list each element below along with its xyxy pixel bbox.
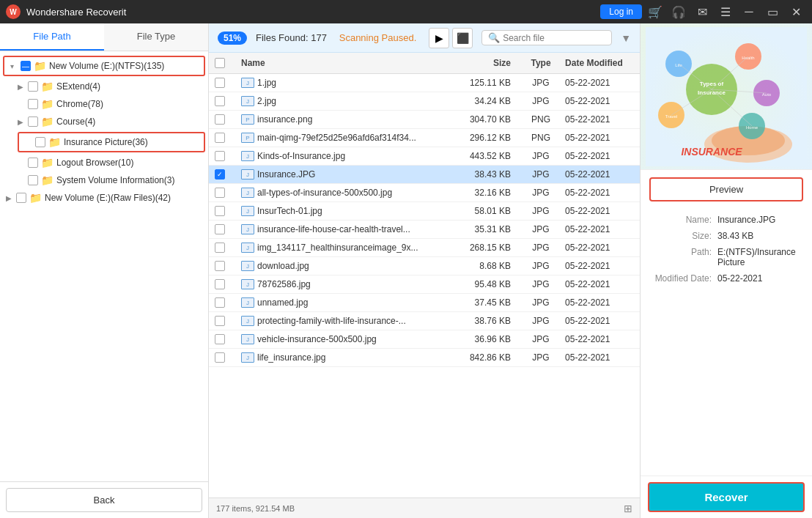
- row-filename: unnamed.jpg: [257, 297, 308, 308]
- checkbox-vol1[interactable]: —: [21, 61, 31, 71]
- file-type-icon: J: [241, 169, 254, 180]
- grid-view-icon[interactable]: ⊞: [624, 503, 632, 514]
- cart-icon[interactable]: 🛒: [645, 1, 665, 22]
- row-name-cell: J Insurance.JPG: [235, 166, 454, 184]
- checkbox-sysinfo[interactable]: [28, 175, 38, 185]
- login-button[interactable]: Log in: [600, 4, 642, 19]
- search-input[interactable]: [503, 33, 605, 43]
- row-checkbox-12[interactable]: [215, 297, 225, 308]
- header-checkbox[interactable]: [215, 58, 225, 68]
- tree-item-logout[interactable]: ▶ 📁 Logout Browser(10): [0, 154, 208, 171]
- row-checkbox-2[interactable]: [215, 114, 225, 125]
- table-row[interactable]: J life_insurance.jpg 842.86 KB JPG 05-22…: [209, 349, 640, 367]
- table-row[interactable]: J Kinds-of-Insurance.jpg 443.52 KB JPG 0…: [209, 147, 640, 166]
- row-date: 05-22-2021: [559, 349, 640, 367]
- row-name-cell: J InsurTech-01.jpg: [235, 202, 454, 221]
- tree-toggle-sextend[interactable]: ▶: [18, 83, 28, 91]
- table-row[interactable]: J unnamed.jpg 37.45 KB JPG 05-22-2021: [209, 294, 640, 312]
- minimize-button[interactable]: ─: [739, 1, 759, 22]
- row-check-cell: [209, 74, 235, 92]
- table-row[interactable]: J download.jpg 8.68 KB JPG 05-22-2021: [209, 257, 640, 275]
- col-size: Size: [454, 53, 523, 74]
- row-type: JPG: [523, 257, 559, 275]
- meta-value-name: Insurance.JPG: [717, 215, 775, 225]
- row-checkbox-7[interactable]: [215, 206, 225, 216]
- row-checkbox-1[interactable]: [215, 96, 225, 106]
- row-filename: 1.jpg: [257, 78, 276, 88]
- maximize-button[interactable]: ▭: [762, 1, 783, 22]
- tab-file-path[interactable]: File Path: [0, 23, 104, 51]
- table-row[interactable]: P main-qimg-79ef25d25e96afd6af314f34... …: [209, 129, 640, 147]
- col-name: Name: [235, 53, 454, 74]
- play-button[interactable]: ▶: [429, 28, 449, 48]
- row-date: 05-22-2021: [559, 312, 640, 330]
- table-row[interactable]: J 78762586.jpg 95.48 KB JPG 05-22-2021: [209, 275, 640, 294]
- back-button[interactable]: Back: [6, 488, 202, 512]
- table-row[interactable]: ✓ J Insurance.JPG 38.43 KB JPG 05-22-202…: [209, 166, 640, 184]
- checkbox-chrome[interactable]: [28, 99, 38, 109]
- row-checkbox-3[interactable]: [215, 133, 225, 143]
- table-row[interactable]: J 1.jpg 125.11 KB JPG 05-22-2021: [209, 74, 640, 92]
- row-date: 05-22-2021: [559, 239, 640, 257]
- row-size: 58.01 KB: [454, 202, 523, 221]
- checkbox-course[interactable]: [28, 116, 38, 127]
- table-row[interactable]: J protecting-family-with-life-insurance-…: [209, 312, 640, 330]
- checkbox-sextend[interactable]: [28, 81, 38, 92]
- tree-item-vol1[interactable]: ▾ — 📁 New Volume (E:)(NTFS)(135): [4, 57, 204, 75]
- mail-icon[interactable]: ✉: [692, 1, 712, 22]
- row-checkbox-9[interactable]: [215, 243, 225, 253]
- tree-item-insurance[interactable]: ▶ 📁 Insurance Picture(36): [19, 133, 204, 151]
- row-checkbox-0[interactable]: [215, 78, 225, 88]
- stop-button[interactable]: ⬛: [452, 28, 473, 48]
- table-row[interactable]: P insurance.png 304.70 KB PNG 05-22-2021: [209, 111, 640, 129]
- menu-icon[interactable]: ☰: [715, 1, 736, 22]
- checkbox-vol2[interactable]: [16, 193, 26, 203]
- row-filename: Insurance.JPG: [257, 169, 315, 180]
- file-type-icon: J: [241, 279, 254, 289]
- row-checkbox-10[interactable]: [215, 261, 225, 271]
- headphones-icon[interactable]: 🎧: [668, 1, 689, 22]
- tree-item-vol2[interactable]: ▶ 📁 New Volume (E:)(Raw Files)(42): [0, 189, 208, 207]
- file-type-icon: J: [241, 334, 254, 344]
- file-meta: Name: Insurance.JPG Size: 38.43 KB Path:…: [641, 209, 812, 476]
- col-check: [209, 53, 235, 74]
- row-size: 35.31 KB: [454, 221, 523, 239]
- tree-item-sysinfo[interactable]: ▶ 📁 System Volume Information(3): [0, 171, 208, 189]
- row-checkbox-6[interactable]: [215, 188, 225, 198]
- close-button[interactable]: ✕: [786, 1, 806, 22]
- row-checkbox-15[interactable]: [215, 352, 225, 363]
- tree-toggle-vol2[interactable]: ▶: [6, 194, 16, 202]
- tree-item-chrome[interactable]: ▶ 📁 Chrome(78): [0, 95, 208, 113]
- sidebar-bottom: Back: [0, 481, 208, 518]
- tree-item-sextend[interactable]: ▶ 📁 SExtend(4): [0, 78, 208, 95]
- checkbox-insurance[interactable]: [35, 137, 45, 147]
- row-check-cell: [209, 239, 235, 257]
- checkbox-logout[interactable]: [28, 158, 38, 168]
- table-row[interactable]: J insurance-life-house-car-health-travel…: [209, 221, 640, 239]
- file-type-icon: J: [241, 297, 254, 308]
- tree-toggle-vol1[interactable]: ▾: [10, 62, 21, 70]
- row-date: 05-22-2021: [559, 111, 640, 129]
- table-row[interactable]: J InsurTech-01.jpg 58.01 KB JPG 05-22-20…: [209, 202, 640, 221]
- tree-toggle-course[interactable]: ▶: [18, 118, 28, 126]
- table-row[interactable]: J img_134117_healthinsuranceimage_9x... …: [209, 239, 640, 257]
- row-filename: img_134117_healthinsuranceimage_9x...: [257, 243, 418, 253]
- title-bar: W Wondershare Recoverit Log in 🛒 🎧 ✉ ☰ ─…: [0, 0, 812, 23]
- row-checkbox-13[interactable]: [215, 316, 225, 326]
- table-row[interactable]: J vehicle-insurance-500x500.jpg 36.96 KB…: [209, 330, 640, 349]
- file-type-icon: J: [241, 151, 254, 161]
- table-row[interactable]: J 2.jpg 34.24 KB JPG 05-22-2021: [209, 92, 640, 111]
- sidebar-tabs: File Path File Type: [0, 23, 208, 51]
- recover-button[interactable]: Recover: [648, 482, 805, 512]
- row-checkbox-14[interactable]: [215, 334, 225, 344]
- tab-file-type[interactable]: File Type: [104, 23, 208, 51]
- table-row[interactable]: J all-types-of-insurance-500x500.jpg 32.…: [209, 184, 640, 202]
- row-checkbox-11[interactable]: [215, 279, 225, 289]
- row-checkbox-4[interactable]: [215, 151, 225, 161]
- filter-icon[interactable]: ▼: [621, 32, 631, 44]
- row-checkbox-5[interactable]: ✓: [215, 169, 225, 180]
- row-checkbox-8[interactable]: [215, 224, 225, 234]
- tree-item-course[interactable]: ▶ 📁 Course(4): [0, 113, 208, 130]
- preview-button[interactable]: Preview: [649, 177, 803, 201]
- row-type: JPG: [523, 349, 559, 367]
